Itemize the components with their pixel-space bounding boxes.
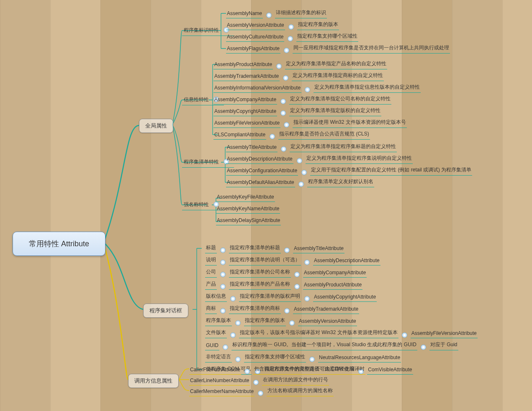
toggle-icon[interactable]: [280, 99, 286, 104]
leaf-info-5[interactable]: AssemblyFileVersionAttribute指示编译器使用 Win3…: [213, 118, 407, 128]
leaf-man-1[interactable]: AssemblyDescriptionAttribute定义为程序集清单指定程序…: [226, 154, 413, 164]
toggle-icon[interactable]: [421, 345, 426, 350]
leaf-desc: 指定程序集支持哪个区域性: [244, 352, 306, 362]
group-info-label: 信息性特性: [184, 97, 209, 102]
toggle-icon[interactable]: [304, 296, 310, 301]
leaf-dlg-3[interactable]: 产品指定程序集清单的产品名称AssemblyProductAttribute: [205, 280, 362, 290]
leaf-man-3[interactable]: AssemblyDefaultAliasAttribute程序集清单定义友好默认…: [226, 177, 374, 187]
toggle-icon[interactable]: [220, 260, 226, 265]
leaf-man-2[interactable]: AssemblyConfigurationAttribute定义用于指定程序集配…: [226, 166, 472, 176]
leaf-info-3[interactable]: AssemblyCompanyAttribute定义为程序集清单指定公司名称的自…: [213, 94, 391, 105]
toggle-icon[interactable]: [288, 36, 293, 41]
toggle-icon[interactable]: [284, 122, 289, 128]
toggle-icon[interactable]: [220, 308, 226, 314]
leaf-call-0[interactable]: CallerFilePathAttribute包含调用方源文件的完整路径，这是路…: [189, 365, 365, 375]
branch-caller[interactable]: 调用方信息属性: [128, 374, 179, 388]
branch-global[interactable]: 全局属性: [139, 119, 173, 133]
toggle-icon[interactable]: [294, 284, 300, 289]
leaf-info-2[interactable]: AssemblyInformationalVersionAttribute定义为…: [213, 83, 421, 93]
toggle-icon[interactable]: [305, 87, 310, 92]
leaf-desc: 指定程序集的版本: [297, 20, 339, 30]
leaf-dlg-1[interactable]: 说明指定程序集清单的说明（可选）AssemblyDescriptionAttri…: [205, 255, 380, 265]
leaf-primary: 非特定语言: [205, 352, 232, 362]
toggle-icon[interactable]: [253, 380, 259, 385]
leaf-primary: 商标: [205, 304, 217, 314]
toggle-icon[interactable]: [301, 170, 307, 175]
leaf-desc: 在调用方法的源文件中的行号: [262, 375, 329, 385]
leaf-desc: 同一应用程序域指定程序集是否支持在同一台计算机上共同执行或处理: [293, 43, 450, 54]
leaf-primary: 程序集版本: [205, 316, 232, 326]
root-label: 常用特性 Attribute: [29, 239, 89, 249]
leaf-desc: 指定版本号，该版本号指示编译器对 Win32 文件版本资源使用特定版本: [239, 328, 398, 338]
toggle-icon[interactable]: [244, 369, 250, 374]
toggle-icon[interactable]: [276, 64, 282, 69]
leaf-info-6[interactable]: CLSCompliantAttribute指示程序集是否符合公共语言规范 (CL…: [213, 130, 370, 140]
leaf-man-0[interactable]: AssemblyTitleAttribute定义为程序集清单指定程序集标题的自定…: [226, 142, 397, 152]
toggle-icon[interactable]: [309, 357, 315, 362]
leaf-call-2[interactable]: CallerMemberNameAttribute方法名称或调用方的属性名称: [189, 386, 334, 396]
leaf-id-3[interactable]: AssemblyFlagsAttribute同一应用程序域指定程序集是否支持在同…: [226, 43, 450, 54]
toggle-icon[interactable]: [402, 332, 407, 338]
toggle-icon[interactable]: [270, 134, 275, 139]
toggle-icon[interactable]: [288, 24, 294, 30]
toggle-icon[interactable]: [297, 158, 302, 163]
leaf-primary: AssemblyKeyFileAttribute: [216, 193, 275, 202]
toggle-icon[interactable]: [258, 391, 263, 396]
leaf-desc: AssemblyTrademarkAttribute: [293, 305, 359, 314]
leaf-primary: 产品: [205, 280, 217, 290]
toggle-icon[interactable]: [230, 296, 236, 301]
leaf-dlg-2[interactable]: 公司指定程序集清单的公司名称AssemblyCompanyAttribute: [205, 268, 367, 278]
leaf-info-4[interactable]: AssemblyCopyrightAttribute定义为程序集清单指定版权的自…: [213, 106, 381, 116]
leaf-desc: AssemblyCopyrightAttribute: [313, 293, 377, 302]
toggle-icon[interactable]: [284, 308, 290, 314]
leaf-str-0[interactable]: AssemblyKeyFileAttribute: [216, 193, 275, 202]
leaf-dlg-0[interactable]: 标题指定程序集清单的标题AssemblyTitleAttribute: [205, 243, 344, 253]
leaf-str-1[interactable]: AssemblyKeyNameAttribute: [216, 205, 280, 214]
leaf-desc: 定义为程序集清单指定产品名称的自定义特性: [285, 59, 387, 69]
leaf-info-0[interactable]: AssemblyProductAttribute定义为程序集清单指定产品名称的自…: [213, 59, 387, 69]
group-manifest-label: 程序集清单特性: [184, 159, 219, 165]
leaf-dlg-7[interactable]: 文件版本指定版本号，该版本号指示编译器对 Win32 文件版本资源使用特定版本A…: [205, 328, 478, 338]
toggle-icon[interactable]: [298, 181, 304, 187]
toggle-icon[interactable]: [304, 260, 310, 265]
leaf-info-1[interactable]: AssemblyTrademarkAttribute定义为程序集清单指定商标的自…: [213, 71, 384, 81]
toggle-icon[interactable]: [235, 320, 241, 326]
leaf-dlg-6[interactable]: 程序集版本指定程序集的版本AssemblyVersionAttribute: [205, 316, 357, 326]
branch-dialog[interactable]: 程序集对话框: [143, 304, 188, 318]
leaf-desc: NeutralResourcesLanguageAttribute: [318, 354, 401, 362]
leaf-dlg-5[interactable]: 商标指定程序集清单的商标AssemblyTrademarkAttribute: [205, 304, 359, 314]
toggle-icon[interactable]: [223, 345, 228, 350]
leaf-primary: CallerFilePathAttribute: [189, 366, 241, 375]
leaf-dlg-8[interactable]: GUID标识程序集的唯一 GUID。当创建一个项目时，Visual Studio…: [205, 340, 458, 350]
toggle-icon[interactable]: [220, 272, 226, 277]
leaf-primary: AssemblyCopyrightAttribute: [213, 107, 277, 116]
leaf-desc: 指定程序集清单的标题: [229, 243, 281, 253]
leaf-desc: 定义为程序集清单指定程序集说明的自定义特性: [306, 154, 413, 164]
leaf-desc: AssemblyFileVersionAttribute: [411, 329, 478, 338]
leaf-primary: AssemblyInformationalVersionAttribute: [213, 84, 301, 93]
leaf-desc: AssemblyCompanyAttribute: [303, 269, 367, 278]
toggle-icon[interactable]: [230, 332, 236, 338]
branch-global-label: 全局属性: [145, 123, 167, 129]
leaf-desc: 程序集清单定义友好默认别名: [307, 177, 374, 187]
leaf-dlg-4[interactable]: 版权信息指定程序集清单的版权声明AssemblyCopyrightAttribu…: [205, 292, 377, 302]
toggle-icon[interactable]: [220, 248, 226, 253]
toggle-icon[interactable]: [280, 110, 286, 116]
toggle-icon[interactable]: [220, 284, 226, 289]
leaf-id-1[interactable]: AssemblyVersionAttribute指定程序集的版本: [226, 20, 339, 30]
toggle-icon[interactable]: [294, 272, 300, 277]
leaf-str-2[interactable]: AssemblyDelaySignAttribute: [216, 217, 281, 225]
toggle-icon[interactable]: [284, 48, 289, 53]
leaf-desc: 定义用于指定程序集配置的自定义特性 (例如 retail 或调试) 为程序集清单: [310, 166, 472, 176]
leaf-call-1[interactable]: CallerLineNumberAttribute在调用方法的源文件中的行号: [189, 375, 329, 385]
leaf-id-2[interactable]: AssemblyCultureAttribute指定程序集支持哪个区域性: [226, 32, 358, 42]
leaf-id-0[interactable]: AssemblyName详细描述程序集的标识: [226, 8, 327, 18]
leaf-dlg-9[interactable]: 非特定语言指定程序集支持哪个区域性NeutralResourcesLanguag…: [205, 352, 401, 362]
toggle-icon[interactable]: [266, 13, 272, 18]
toggle-icon[interactable]: [289, 320, 295, 326]
toggle-icon[interactable]: [235, 357, 241, 362]
root-node[interactable]: 常用特性 Attribute: [13, 232, 105, 256]
toggle-icon[interactable]: [283, 75, 288, 81]
toggle-icon[interactable]: [281, 146, 286, 152]
toggle-icon[interactable]: [284, 248, 290, 253]
